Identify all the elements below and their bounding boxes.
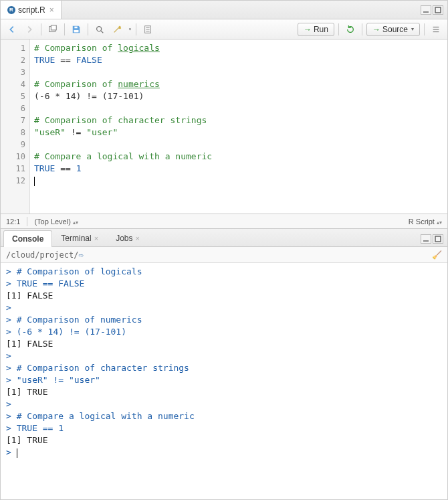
minimize-pane-button[interactable]: [421, 5, 431, 15]
svg-point-6: [97, 26, 102, 31]
console-cursor: [17, 448, 17, 458]
code-editor[interactable]: 123456789101112 # Comparison of logicals…: [1, 39, 447, 214]
scope-selector[interactable]: (Top Level) ▴▾: [34, 218, 78, 226]
forward-button[interactable]: [22, 22, 37, 37]
svg-point-8: [119, 25, 120, 27]
cursor-position: 12:1: [6, 218, 20, 226]
svg-rect-4: [74, 29, 79, 32]
source-button[interactable]: →Source▾: [366, 23, 420, 36]
console-output[interactable]: > # Comparison of logicals > TRUE == FAL…: [1, 263, 447, 500]
code-content[interactable]: # Comparison of logicals TRUE == FALSE #…: [30, 39, 447, 214]
maximize-console-button[interactable]: [433, 234, 443, 244]
code-tools-caret[interactable]: ▾: [128, 26, 132, 32]
console-pathbar: /cloud/project/ ⇨ 🧹: [1, 247, 447, 263]
console-tabbar: Console Terminal× Jobs×: [1, 228, 447, 247]
find-button[interactable]: [92, 22, 107, 37]
rerun-button[interactable]: [343, 22, 358, 37]
outline-button[interactable]: [429, 22, 443, 37]
clear-console-button[interactable]: 🧹: [432, 250, 442, 260]
editor-tabbar: R script.R ×: [1, 1, 447, 19]
svg-rect-5: [74, 26, 77, 28]
tab-terminal[interactable]: Terminal×: [52, 230, 107, 246]
editor-statusbar: 12:1 (Top Level) ▴▾ R Script ▴▾: [1, 214, 447, 228]
working-dir: /cloud/project/: [6, 250, 78, 260]
close-icon[interactable]: ×: [49, 5, 54, 15]
svg-rect-18: [435, 236, 441, 242]
language-selector[interactable]: R Script ▴▾: [409, 218, 442, 226]
wd-arrow-icon[interactable]: ⇨: [78, 250, 83, 260]
svg-rect-3: [51, 25, 56, 29]
tab-jobs[interactable]: Jobs×: [107, 230, 148, 246]
save-button[interactable]: [69, 22, 84, 37]
svg-line-7: [101, 30, 104, 33]
back-button[interactable]: [5, 22, 19, 37]
show-in-new-window-button[interactable]: [45, 22, 60, 37]
svg-point-9: [120, 27, 121, 29]
minimize-console-button[interactable]: [421, 234, 431, 244]
r-file-icon: R: [7, 6, 15, 14]
svg-rect-1: [435, 7, 441, 13]
line-number-gutter: 123456789101112: [1, 39, 30, 214]
code-tools-button[interactable]: [110, 22, 124, 37]
source-label: Source: [382, 25, 408, 34]
compile-report-button[interactable]: [140, 22, 155, 37]
tab-console[interactable]: Console: [3, 230, 52, 247]
run-label: Run: [314, 25, 328, 34]
editor-cursor: [34, 177, 35, 186]
editor-tab-label: script.R: [18, 5, 45, 15]
maximize-pane-button[interactable]: [433, 5, 443, 15]
editor-tab-scriptr[interactable]: R script.R ×: [1, 1, 62, 19]
run-button[interactable]: →Run: [298, 23, 334, 36]
editor-toolbar: ▾ →Run →Source▾: [1, 19, 447, 39]
